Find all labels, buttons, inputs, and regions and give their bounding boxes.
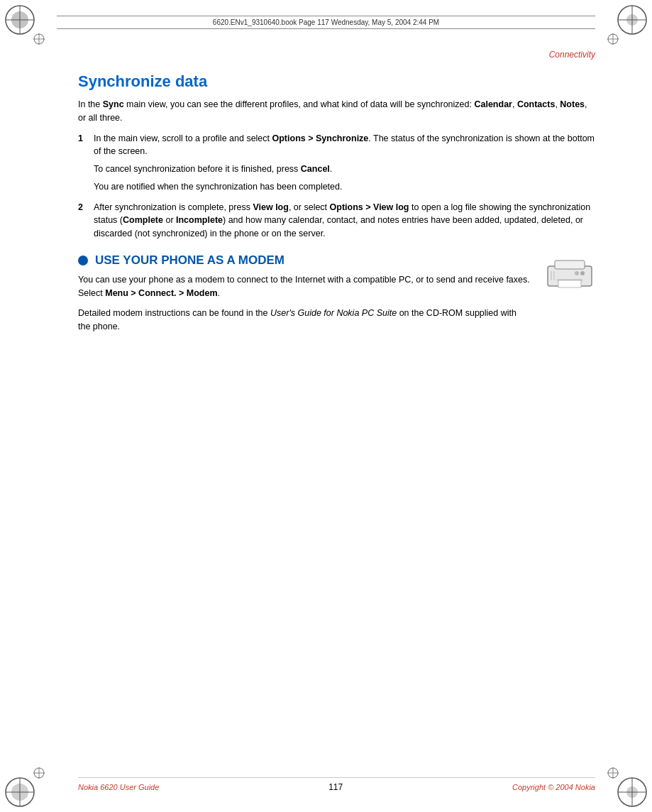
intro-rest: main view, you can see the different pro… bbox=[124, 99, 475, 109]
item2-text-before: After synchronization is complete, press bbox=[94, 202, 253, 212]
sub2-text: You are notified when the synchronizatio… bbox=[94, 182, 342, 192]
modem-text-after: . bbox=[218, 288, 220, 298]
footer: Nokia 6620 User Guide 117 Copyright © 20… bbox=[78, 777, 595, 792]
bullet-title: USE YOUR PHONE AS A MODEM bbox=[78, 253, 530, 268]
reg-mark-tr bbox=[617, 4, 648, 35]
detail-italic: User's Guide for Nokia PC Suite bbox=[270, 308, 397, 318]
bullet-section: USE YOUR PHONE AS A MODEM You can use yo… bbox=[78, 253, 595, 341]
bullet-title-text: USE YOUR PHONE AS A MODEM bbox=[95, 253, 284, 268]
sub1-before: To cancel synchronization before it is f… bbox=[94, 164, 301, 174]
list-content-2: After synchronization is complete, press… bbox=[94, 201, 595, 241]
sub1-bold: Cancel bbox=[301, 164, 330, 174]
comma1: , bbox=[512, 99, 517, 109]
item1-sub2: You are notified when the synchronizatio… bbox=[94, 180, 595, 194]
item2-text-middle: , or select bbox=[289, 202, 330, 212]
bullet-content: USE YOUR PHONE AS A MODEM You can use yo… bbox=[78, 253, 530, 341]
main-content: Connectivity Synchronize data In the Syn… bbox=[78, 50, 595, 755]
crosshair-bottom-left bbox=[33, 767, 45, 779]
item2-bold1: View log bbox=[253, 202, 288, 212]
footer-left: Nokia 6620 User Guide bbox=[78, 783, 159, 791]
notes-bold: Notes bbox=[560, 99, 585, 109]
item2-bold3: Complete bbox=[123, 215, 163, 225]
item1-text-before: In the main view, scroll to a profile an… bbox=[94, 133, 272, 143]
item1-sub1: To cancel synchronization before it is f… bbox=[94, 163, 595, 176]
sync-bold: Sync bbox=[103, 99, 124, 109]
main-title: Synchronize data bbox=[78, 72, 595, 91]
crosshair-top-left bbox=[33, 33, 45, 45]
top-bar: 6620.ENv1_9310640.book Page 117 Wednesda… bbox=[57, 16, 595, 29]
item2-bold4: Incomplete bbox=[176, 215, 223, 225]
svg-rect-31 bbox=[558, 280, 581, 287]
reg-mark-bl bbox=[4, 777, 35, 808]
modem-bold1: Menu > Connect. > Modem bbox=[105, 288, 217, 298]
footer-right: Copyright © 2004 Nokia bbox=[512, 783, 595, 791]
sub1-after: . bbox=[330, 164, 332, 174]
section-header: Connectivity bbox=[78, 50, 595, 60]
item1-bold1: Options > Synchronize bbox=[272, 133, 369, 143]
svg-rect-29 bbox=[555, 260, 585, 269]
calendar-bold: Calendar bbox=[474, 99, 512, 109]
bullet-dot-icon bbox=[78, 256, 88, 265]
crosshair-bottom-right bbox=[607, 767, 619, 779]
list-number-2: 2 bbox=[78, 201, 94, 214]
item2-or: or bbox=[163, 215, 176, 225]
file-info: 6620.ENv1_9310640.book Page 117 Wednesda… bbox=[213, 18, 439, 26]
modem-para2: Detailed modem instructions can be found… bbox=[78, 307, 530, 334]
reg-mark-br bbox=[617, 777, 648, 808]
contacts-bold: Contacts bbox=[517, 99, 555, 109]
reg-mark-tl bbox=[4, 4, 35, 35]
list-number-1: 1 bbox=[78, 132, 94, 146]
modem-para1: You can use your phone as a modem to con… bbox=[78, 273, 530, 300]
svg-point-33 bbox=[575, 271, 579, 275]
item2-bold2: Options > View log bbox=[330, 202, 409, 212]
svg-point-32 bbox=[580, 271, 585, 275]
list-item-1: 1 In the main view, scroll to a profile … bbox=[78, 132, 595, 194]
list-item-2: 2 After synchronization is complete, pre… bbox=[78, 201, 595, 241]
intro-paragraph: In the Sync main view, you can see the d… bbox=[78, 98, 595, 125]
list-content-1: In the main view, scroll to a profile an… bbox=[94, 132, 595, 194]
crosshair-top-right bbox=[607, 33, 619, 45]
numbered-list: 1 In the main view, scroll to a profile … bbox=[78, 132, 595, 241]
intro-text: In the bbox=[78, 99, 103, 109]
modem-icon bbox=[544, 253, 595, 296]
footer-center: 117 bbox=[328, 782, 343, 792]
detail-before: Detailed modem instructions can be found… bbox=[78, 308, 270, 318]
